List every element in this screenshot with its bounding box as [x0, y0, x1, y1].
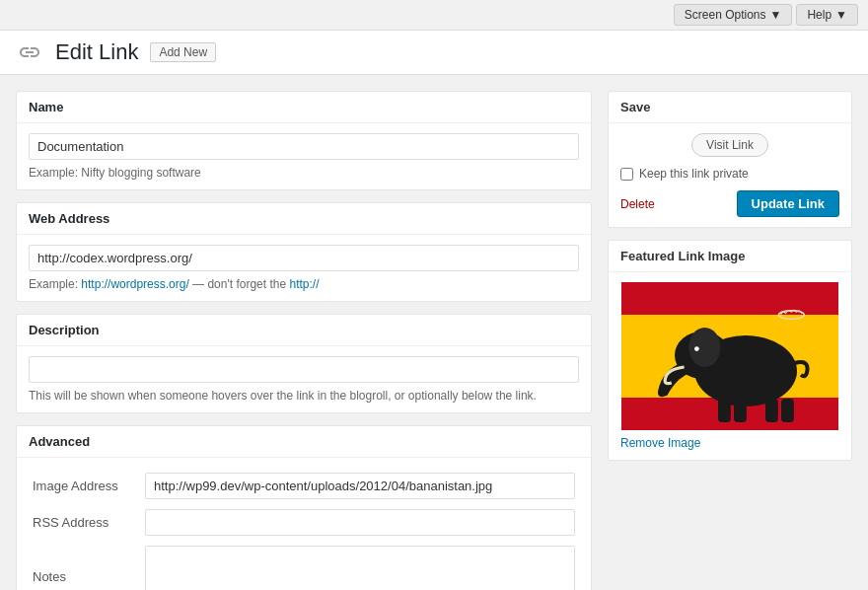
svg-point-9	[694, 346, 699, 351]
description-content: This will be shown when someone hovers o…	[17, 346, 591, 412]
add-new-button[interactable]: Add New	[150, 42, 216, 62]
help-label: Help	[807, 8, 832, 22]
delete-link[interactable]: Delete	[620, 197, 655, 211]
page-title: Edit Link	[55, 39, 138, 65]
featured-image-content: Remove Image	[609, 272, 851, 460]
advanced-section: Advanced Image Address RSS Address	[16, 425, 592, 590]
image-address-label: Image Address	[29, 468, 137, 504]
rss-address-cell	[137, 504, 579, 541]
description-title: Description	[29, 323, 100, 337]
save-box-content: Visit Link Keep this link private Delete…	[609, 123, 851, 227]
name-input[interactable]	[29, 133, 579, 160]
save-box: Save Visit Link Keep this link private D…	[608, 91, 852, 228]
advanced-table: Image Address RSS Address	[29, 468, 579, 590]
help-button[interactable]: Help ▼	[796, 4, 858, 26]
right-column: Save Visit Link Keep this link private D…	[608, 91, 852, 590]
name-section-content: Example: Nifty blogging software	[17, 123, 591, 189]
update-link-button[interactable]: Update Link	[737, 190, 839, 217]
page-header: Edit Link Add New	[0, 31, 868, 75]
edit-link-icon	[16, 38, 43, 66]
screen-options-button[interactable]: Screen Options ▼	[674, 4, 793, 26]
featured-image-box: Featured Link Image	[608, 240, 852, 461]
svg-rect-6	[734, 399, 747, 422]
web-address-input[interactable]	[29, 245, 579, 271]
svg-rect-7	[765, 399, 778, 422]
description-header: Description	[17, 315, 591, 346]
web-address-hint: Example: http://wordpress.org/ — don't f…	[29, 277, 579, 291]
table-row: RSS Address	[29, 504, 579, 541]
top-bar: Screen Options ▼ Help ▼	[0, 0, 868, 31]
save-box-header: Save	[609, 92, 851, 123]
advanced-header: Advanced	[17, 426, 591, 458]
help-arrow-icon: ▼	[835, 8, 847, 22]
featured-image	[620, 282, 839, 430]
screen-options-arrow-icon: ▼	[770, 8, 782, 22]
featured-image-header: Featured Link Image	[609, 241, 851, 272]
image-address-cell	[137, 468, 579, 504]
image-address-input[interactable]	[145, 473, 575, 499]
private-label-text: Keep this link private	[639, 167, 749, 181]
rss-address-input[interactable]	[145, 509, 575, 536]
rss-address-label: RSS Address	[29, 504, 137, 541]
description-section: Description This will be shown when some…	[16, 314, 592, 413]
left-column: Name Example: Nifty blogging software We…	[16, 91, 592, 590]
hint-suffix: — don't forget the	[192, 277, 289, 291]
save-actions: Delete Update Link	[620, 190, 839, 217]
notes-cell	[137, 541, 579, 590]
description-hint: This will be shown when someone hovers o…	[29, 389, 579, 403]
name-section-title: Name	[29, 100, 63, 114]
web-address-section: Web Address Example: http://wordpress.or…	[16, 202, 592, 302]
table-row: Notes	[29, 541, 579, 590]
hint-prefix: Example:	[29, 277, 81, 291]
table-row: Image Address	[29, 468, 579, 504]
main-content: Name Example: Nifty blogging software We…	[0, 75, 868, 590]
advanced-title: Advanced	[29, 434, 90, 449]
web-address-content: Example: http://wordpress.org/ — don't f…	[17, 235, 591, 301]
visit-link-button[interactable]: Visit Link	[691, 133, 768, 157]
name-section-header: Name	[17, 92, 591, 123]
name-section: Name Example: Nifty blogging software	[16, 91, 592, 190]
svg-point-4	[688, 328, 720, 367]
notes-textarea[interactable]	[145, 546, 575, 590]
web-address-title: Web Address	[29, 211, 109, 226]
private-label[interactable]: Keep this link private	[620, 167, 839, 181]
name-hint: Example: Nifty blogging software	[29, 166, 579, 180]
private-checkbox[interactable]	[620, 168, 633, 181]
description-input[interactable]	[29, 356, 579, 383]
hint-http: http://	[289, 277, 319, 291]
svg-rect-8	[781, 399, 794, 422]
screen-options-label: Screen Options	[685, 8, 766, 22]
web-address-header: Web Address	[17, 203, 591, 235]
remove-image-link[interactable]: Remove Image	[620, 436, 839, 450]
svg-rect-5	[718, 399, 731, 422]
hint-link[interactable]: http://wordpress.org/	[81, 277, 188, 291]
notes-label: Notes	[29, 541, 137, 590]
advanced-content: Image Address RSS Address	[17, 458, 591, 590]
